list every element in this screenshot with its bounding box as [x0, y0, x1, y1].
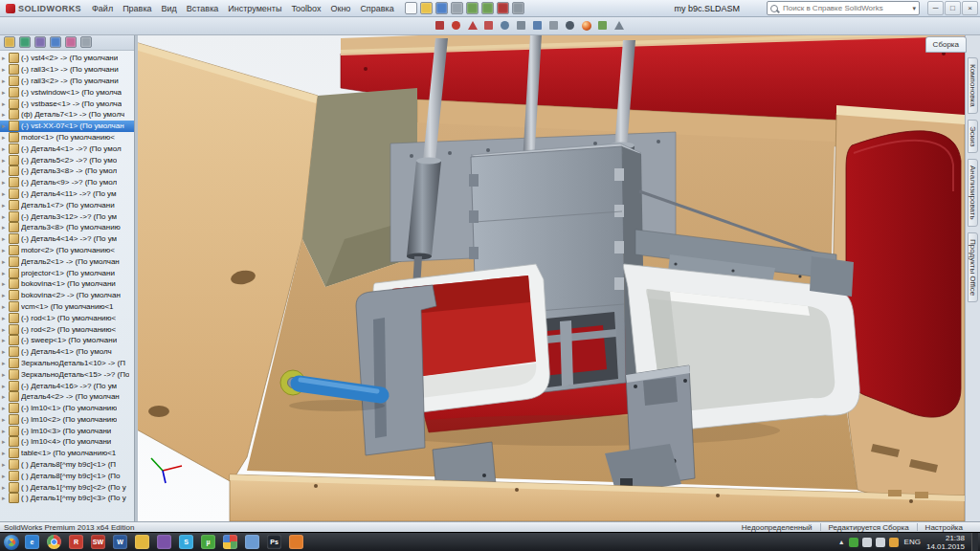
tree-item[interactable]: ▸ЗеркальноДеталь<15> ->? (По [0, 368, 134, 380]
internet-explorer-icon[interactable]: e [25, 535, 39, 549]
expand-icon[interactable]: ▸ [2, 405, 9, 411]
expand-icon[interactable]: ▸ [2, 77, 9, 84]
model-red-window[interactable] [846, 131, 961, 417]
tree-item[interactable]: ▸(-) Деталь4<1> (По умолч [0, 346, 134, 358]
menu-edit[interactable]: Правка [118, 3, 156, 14]
expand-icon[interactable]: ▸ [2, 438, 9, 445]
expand-icon[interactable]: ▸ [2, 416, 9, 423]
expand-icon[interactable]: ▸ [2, 145, 9, 152]
tree-item[interactable]: ▸(-) Деталь4<1> ->? (По умол [0, 143, 134, 154]
viewport-3d-model[interactable] [0, 0, 980, 551]
tree-item[interactable]: ▸motor<2> (По умолчанию< [0, 245, 134, 256]
expand-icon[interactable]: ▸ [2, 167, 9, 174]
expand-icon[interactable]: ▸ [2, 213, 9, 220]
r-app-icon[interactable]: R [69, 535, 83, 549]
command-tab-2[interactable]: Эскиз [968, 120, 978, 153]
expand-icon[interactable]: ▸ [2, 235, 9, 242]
status-customize-button[interactable]: Настройка [925, 523, 963, 532]
expand-icon[interactable]: ▸ [2, 473, 9, 479]
tree-item[interactable]: ▸(-) lm10<2> (По умолчанию [0, 414, 134, 426]
close-button[interactable]: × [962, 1, 978, 15]
antivirus-tray-icon[interactable] [849, 538, 858, 547]
commandmanager-tab-assembly[interactable]: Сборка [925, 36, 967, 53]
expand-icon[interactable]: ▸ [2, 157, 9, 164]
expand-icon[interactable]: ▸ [2, 270, 9, 276]
expand-icon[interactable]: ▸ [2, 111, 9, 118]
tree-item[interactable]: ▸(-) vst4<2> -> (По умолчани [0, 53, 134, 64]
tree-item[interactable]: ▸(-) Деталь<9> ->? (По умол [0, 177, 134, 188]
apply-scene-icon[interactable] [595, 18, 610, 33]
menu-tools[interactable]: Инструменты [223, 3, 286, 14]
tree-item[interactable]: ▸table<1> (По умолчанию<1 [0, 448, 134, 459]
save-icon[interactable] [435, 2, 448, 14]
menu-insert[interactable]: Вставка [182, 3, 223, 14]
firefox-icon[interactable] [289, 535, 303, 549]
expand-icon[interactable]: ▸ [2, 55, 9, 61]
tree-item[interactable]: ▸(-) vstbase<1> -> (По умолча [0, 98, 134, 109]
dimxpert-tab[interactable] [50, 36, 61, 48]
redo-icon[interactable] [481, 2, 494, 14]
panel-overflow-chevron[interactable] [80, 36, 92, 48]
mate-icon[interactable] [449, 18, 463, 33]
edit-appearance-icon[interactable] [579, 18, 593, 33]
expand-icon[interactable]: ▸ [2, 100, 9, 107]
hidden-icons-arrow[interactable]: ▲ [838, 539, 845, 545]
expand-icon[interactable]: ▸ [2, 258, 9, 265]
display-style-icon[interactable] [546, 18, 561, 33]
tree-item[interactable]: ▸(-) sweep<1> (По умолчани [0, 335, 134, 346]
expand-icon[interactable]: ▸ [2, 224, 9, 231]
tree-item[interactable]: ▸(-) Деталь4<14> ->? (По ум [0, 233, 134, 245]
tree-item[interactable]: ▸(-) Деталь4<11> ->? (По ум [0, 188, 134, 200]
expand-icon[interactable]: ▸ [2, 348, 9, 355]
solidworks-logo[interactable]: SOLIDWORKS [0, 4, 87, 13]
expand-icon[interactable]: ▸ [2, 484, 9, 491]
start-button[interactable] [4, 535, 19, 550]
tree-item[interactable]: ▸motor<1> (По умолчанию< [0, 132, 134, 143]
maximize-button[interactable]: □ [945, 1, 961, 15]
displaymanager-tab[interactable] [65, 36, 77, 48]
tree-item[interactable]: ▸ЗеркальноДеталь1<10> -> (П [0, 358, 134, 369]
tree-item[interactable]: ▸bokovina<2> -> (По умолчан [0, 290, 134, 301]
tree-item[interactable]: ▸( ) Деталь1[^my b9c]<2> (По у [0, 481, 134, 493]
tree-item[interactable]: ▸(-) Деталь3<8> -> (По умол [0, 165, 134, 177]
tree-item[interactable]: ▸Деталь1<7> (По умолчани [0, 199, 134, 210]
tree-item[interactable]: ▸projector<1> (По умолчани [0, 267, 134, 278]
expand-icon[interactable]: ▸ [2, 134, 9, 141]
tree-item[interactable]: ▸Деталь3<8> (По умолчанию [0, 222, 134, 233]
expand-icon[interactable]: ▸ [2, 428, 9, 434]
expand-icon[interactable]: ▸ [2, 66, 9, 73]
tree-item[interactable]: ▸(-) rail3<2> -> (По умолчани [0, 76, 134, 87]
minimize-button[interactable]: ─ [927, 1, 944, 15]
media-player-icon[interactable] [157, 535, 171, 549]
tree-item[interactable]: ▸vcm<1> (По умолчанию<1 [0, 301, 134, 313]
options-icon[interactable] [512, 2, 524, 14]
undo-icon[interactable] [466, 2, 479, 14]
solidworks-app-icon[interactable]: SW [91, 535, 105, 549]
word-icon[interactable]: W [113, 535, 127, 549]
tree-item[interactable]: ▸(-) lm10<3> (По умолчани [0, 425, 134, 436]
expand-icon[interactable]: ▸ [2, 292, 9, 298]
command-tab-3[interactable]: Анализировать [968, 159, 978, 227]
zoom-fit-icon[interactable] [498, 18, 512, 33]
section-view-icon[interactable] [514, 18, 528, 33]
tree-item[interactable]: ▸(ф) Деталь7<1> -> (По умолч [0, 109, 134, 121]
tree-item[interactable]: ▸( ) Деталь8[^my b9c]<1> (П [0, 459, 134, 471]
expand-icon[interactable]: ▸ [2, 450, 9, 456]
office-icon[interactable] [223, 535, 237, 549]
panel-splitter[interactable] [134, 34, 138, 521]
rebuild-icon[interactable] [497, 2, 509, 14]
help-search-box[interactable]: ▾ [767, 1, 920, 15]
tree-item[interactable]: ▸(-) lm10<1> (По умолчанию [0, 403, 134, 414]
menu-file[interactable]: Файл [87, 3, 118, 14]
chrome-icon[interactable] [47, 535, 61, 549]
expand-icon[interactable]: ▸ [2, 371, 9, 378]
tree-item[interactable]: ▸(-) vstwindow<1> (По умолча [0, 86, 134, 98]
view-settings-icon[interactable] [612, 18, 626, 33]
insert-components-icon[interactable] [433, 18, 447, 33]
menu-help[interactable]: Справка [355, 3, 398, 14]
expand-icon[interactable]: ▸ [2, 337, 9, 343]
utorrent-icon[interactable]: µ [201, 535, 215, 549]
menu-toolbox[interactable]: Toolbox [286, 3, 325, 14]
move-component-icon[interactable] [481, 18, 496, 33]
expand-icon[interactable]: ▸ [2, 461, 9, 468]
